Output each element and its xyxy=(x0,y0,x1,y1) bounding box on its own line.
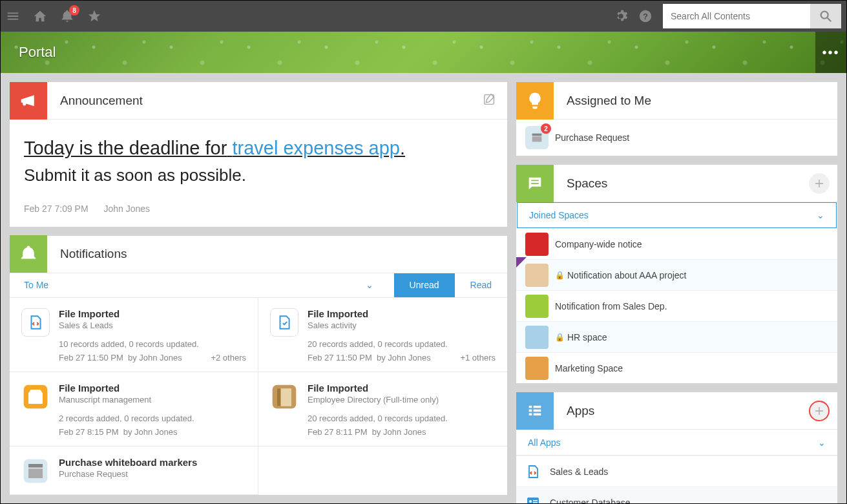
banner-menu-icon[interactable]: ••• xyxy=(815,32,846,73)
space-label: 🔒Notification about AAA project xyxy=(555,270,686,280)
add-app-button[interactable] xyxy=(809,401,830,421)
space-item[interactable]: Marketing Space xyxy=(516,352,837,383)
spaces-filter-label: Joined Spaces xyxy=(529,210,589,220)
assigned-label: Purchase Request xyxy=(555,132,629,143)
page-title: Portal xyxy=(19,44,56,61)
apps-list: Sales & Leads Customer Database xyxy=(516,456,837,504)
notification-app-name: Sales activity xyxy=(308,320,496,330)
svg-rect-13 xyxy=(532,136,542,142)
chevron-down-icon: ⌄ xyxy=(817,210,824,220)
space-thumb xyxy=(525,233,549,256)
notification-date: Feb 27 8:11 PM by John Jones xyxy=(308,427,426,437)
space-item[interactable]: Company-wide notice xyxy=(516,228,837,259)
space-thumb xyxy=(525,264,549,287)
spaces-panel: Spaces Joined Spaces ⌄ Company-wide noti… xyxy=(516,165,837,383)
notification-date: Feb 27 8:15 PM by John Jones xyxy=(59,427,178,437)
notification-app-name: Manuscript management xyxy=(59,395,246,404)
svg-rect-24 xyxy=(533,500,538,501)
gear-icon[interactable] xyxy=(614,9,628,23)
svg-line-3 xyxy=(828,18,831,22)
app-item[interactable]: Customer Database xyxy=(516,487,837,504)
topbar-right: ? xyxy=(614,4,841,28)
apps-filter-label: All Apps xyxy=(528,437,561,448)
notification-body: File Imported Sales & Leads 10 records a… xyxy=(59,308,246,362)
notifications-grid: File Imported Sales & Leads 10 records a… xyxy=(10,298,507,495)
app-label: Sales & Leads xyxy=(550,467,608,477)
announcement-meta: Feb 27 7:09 PM John Jones xyxy=(24,204,493,214)
svg-rect-20 xyxy=(529,413,532,415)
notification-item[interactable]: File Imported Sales activity 20 records … xyxy=(258,298,507,372)
svg-rect-16 xyxy=(529,405,532,408)
spaces-filter-dropdown[interactable]: Joined Spaces ⌄ xyxy=(517,202,837,228)
svg-rect-25 xyxy=(533,502,538,503)
notifications-filter-dropdown[interactable]: To Me ⌄ xyxy=(10,280,394,290)
notification-app-name: Purchase Request xyxy=(59,469,246,479)
notification-item[interactable]: Purchase whiteboard markers Purchase Req… xyxy=(10,446,258,495)
assigned-panel: Assigned to Me 2 Purchase Request xyxy=(516,82,837,156)
app-item[interactable]: Sales & Leads xyxy=(516,456,837,487)
notifications-title: Notifications xyxy=(47,247,507,261)
home-icon[interactable] xyxy=(33,9,47,23)
bell-panel-icon xyxy=(10,235,47,273)
add-space-button[interactable] xyxy=(809,173,830,194)
space-item[interactable]: 🔒HR space xyxy=(516,321,837,352)
svg-rect-17 xyxy=(534,405,541,408)
notification-app-name: Sales & Leads xyxy=(59,320,246,330)
svg-point-2 xyxy=(821,12,828,19)
bell-icon[interactable]: 8 xyxy=(60,9,74,23)
announcement-title: Announcement xyxy=(47,94,483,108)
notification-body: Purchase whiteboard markers Purchase Req… xyxy=(59,457,246,485)
notification-title: File Imported xyxy=(308,383,496,394)
announcement-header: Announcement xyxy=(10,82,507,120)
chat-icon xyxy=(516,165,554,202)
notification-body: File Imported Sales activity 20 records … xyxy=(308,308,496,362)
space-item[interactable]: 🔒Notification about AAA project xyxy=(516,259,837,290)
notification-title: File Imported xyxy=(308,308,496,319)
svg-rect-10 xyxy=(28,464,43,468)
list-icon xyxy=(516,392,554,430)
notification-item[interactable]: File Imported Employee Directory (Full-t… xyxy=(258,372,507,446)
help-icon[interactable]: ? xyxy=(638,9,653,23)
tab-read[interactable]: Read xyxy=(455,273,507,297)
assigned-badge: 2 xyxy=(541,123,551,134)
notification-body: File Imported Employee Directory (Full-t… xyxy=(308,383,496,437)
notification-app-icon xyxy=(21,308,50,337)
notification-title: Purchase whiteboard markers xyxy=(59,457,246,468)
notifications-filter-row: To Me ⌄ Unread Read xyxy=(10,273,507,298)
edit-icon[interactable] xyxy=(483,92,497,109)
apps-filter-dropdown[interactable]: All Apps ⌄ xyxy=(516,430,837,456)
notification-item[interactable]: File Imported Manuscript management 2 re… xyxy=(10,372,258,446)
topbar-left: 8 xyxy=(6,9,101,23)
lightbulb-icon xyxy=(516,82,554,120)
notification-meta: Feb 27 11:50 PM by John Jones+2 others xyxy=(59,353,246,362)
notifications-header: Notifications xyxy=(10,236,507,273)
lock-icon: 🔒 xyxy=(555,333,565,342)
column-right: Assigned to Me 2 Purchase Request Spaces… xyxy=(516,82,837,504)
notification-item[interactable]: File Imported Sales & Leads 10 records a… xyxy=(10,298,258,372)
menu-icon[interactable] xyxy=(6,9,20,23)
topbar: 8 ? xyxy=(1,1,846,32)
notification-others: +1 others xyxy=(460,353,496,362)
notification-body: File Imported Manuscript management 2 re… xyxy=(59,383,246,437)
column-left: Announcement Today is the deadline for t… xyxy=(10,82,507,504)
star-icon[interactable] xyxy=(87,9,101,23)
app-label: Customer Database xyxy=(550,498,631,505)
megaphone-icon xyxy=(10,82,47,120)
notification-app-icon xyxy=(270,383,298,411)
svg-rect-8 xyxy=(277,388,281,406)
space-item[interactable]: Notification from Sales Dep. xyxy=(516,290,837,321)
notification-app-icon xyxy=(21,383,50,411)
announcement-headline: Today is the deadline for travel expense… xyxy=(24,135,493,162)
announcement-subline: Submit it as soon as possible. xyxy=(24,165,493,185)
search-button[interactable] xyxy=(810,4,841,28)
tab-unread[interactable]: Unread xyxy=(394,273,455,297)
space-label: Notification from Sales Dep. xyxy=(555,301,667,311)
announcement-panel: Announcement Today is the deadline for t… xyxy=(10,82,507,227)
lock-icon: 🔒 xyxy=(555,271,565,280)
search-input[interactable] xyxy=(663,4,810,28)
notification-desc: 20 records added, 0 records updated. xyxy=(308,339,496,349)
headline-link[interactable]: travel expenses app xyxy=(232,138,400,158)
assigned-title: Assigned to Me xyxy=(554,94,837,108)
announcement-date: Feb 27 7:09 PM xyxy=(24,204,89,214)
assigned-item[interactable]: 2 Purchase Request xyxy=(516,120,837,156)
